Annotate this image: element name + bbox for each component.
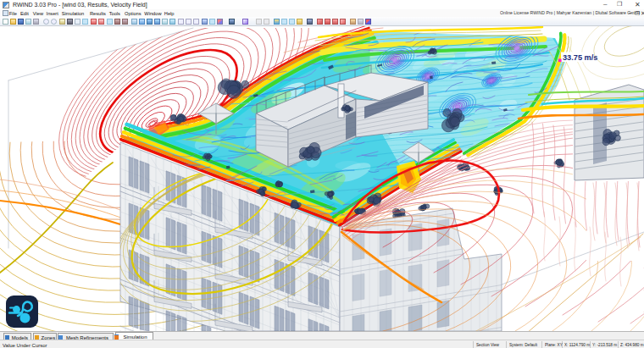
svg-text:33.75 m/s: 33.75 m/s	[563, 53, 597, 62]
